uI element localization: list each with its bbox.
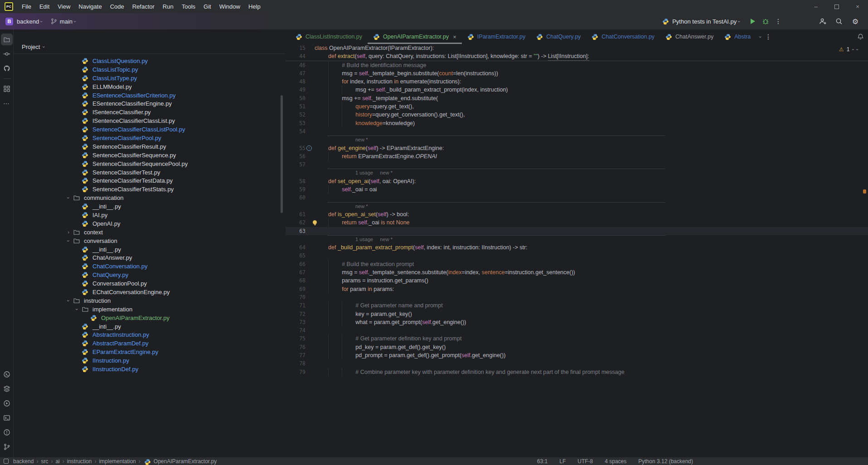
caret-position[interactable]: 63:1 (537, 458, 548, 465)
usage-inlay-hint[interactable]: 1 usage new * (305, 235, 393, 243)
commit-toolwindow-button[interactable] (1, 48, 13, 60)
breadcrumb-item[interactable]: backend (13, 458, 34, 465)
tree-row-__inti__-py[interactable]: __inti__.py (14, 245, 286, 254)
tree-row-iinstruction-py[interactable]: IInstruction.py (14, 356, 286, 365)
indent-style[interactable]: 4 spaces (605, 458, 626, 465)
tree-row-classlistquestion-py[interactable]: ClassListQuestion.py (14, 57, 286, 65)
usage-inlay-hint[interactable]: 1 usage new * (305, 169, 393, 177)
tree-row-classlisttopic-py[interactable]: ClassListTopic.py (14, 65, 286, 74)
more-toolwindow-button[interactable]: ⋯ (1, 97, 13, 109)
github-toolwindow-button[interactable] (1, 63, 13, 74)
tree-row-openaiparamextractor-py[interactable]: OpenAIParamExtractor.py (14, 314, 286, 322)
breadcrumb-item[interactable]: src (41, 458, 48, 465)
tree-row-chatanswer-py[interactable]: ChatAnswer.py (14, 253, 286, 262)
maximize-button[interactable] (826, 0, 847, 13)
next-warning-icon[interactable]: › (855, 48, 860, 50)
search-everywhere-button[interactable] (833, 15, 845, 27)
project-panel-header[interactable]: Project › (14, 29, 286, 54)
tree-row-esentenceclassifiercriterion-py[interactable]: ESentenceClassifierCriterion.py (14, 91, 286, 100)
tree-row-chatconversation-py[interactable]: ChatConversation.py (14, 262, 286, 271)
breadcrumb-item[interactable]: instruction (67, 458, 92, 465)
branch-widget[interactable]: main › (43, 18, 76, 25)
tree-row-sentenceclassifierpool-py[interactable]: SentenceClassifierPool.py (14, 134, 286, 142)
breadcrumb-item[interactable]: OpenAIParamExtractor.py (154, 458, 217, 465)
tree-row-conversation[interactable]: ›conversation (14, 237, 286, 245)
menu-refactor[interactable]: Refactor (128, 0, 159, 13)
run-button[interactable] (747, 15, 759, 27)
inspection-widget[interactable]: ⚠ 1 › › (839, 46, 858, 53)
tree-row-sentenceclassifierteststats-py[interactable]: SentenceClassifierTestStats.py (14, 185, 286, 194)
usage-inlay-hint[interactable]: new * (305, 136, 368, 144)
breadcrumb-item[interactable]: ai (55, 458, 59, 465)
show-hidden-tabs-icon[interactable]: › (758, 36, 763, 38)
editor-area[interactable]: ClassListInstruction.pyOpenAIParamExtrac… (286, 29, 868, 457)
version-control-toolwindow-button[interactable] (1, 441, 13, 453)
tree-row-sentenceclassifiersequencepool-py[interactable]: SentenceClassifierSequencePool.py (14, 160, 286, 168)
notifications-bell-icon[interactable] (857, 33, 864, 40)
tree-row-context[interactable]: ›context (14, 228, 286, 237)
tree-row-sentenceclassifierresult-py[interactable]: SentenceClassifierResult.py (14, 142, 286, 151)
menu-window[interactable]: Window (215, 0, 244, 13)
tree-row-conversationpool-py[interactable]: ConversationPool.py (14, 279, 286, 288)
more-actions-button[interactable]: ⋮ (772, 15, 785, 27)
minimize-button[interactable]: – (805, 0, 826, 13)
tree-row-implementation[interactable]: ›implementation (14, 305, 286, 314)
python-packages-toolwindow-button[interactable] (1, 383, 13, 395)
tree-row-sentenceclassifiersequence-py[interactable]: SentenceClassifierSequence.py (14, 151, 286, 160)
menu-view[interactable]: View (53, 0, 74, 13)
tab-chatanswer-py[interactable]: ChatAnswer.py (660, 29, 719, 44)
tree-row-esentenceclassifierengine-py[interactable]: ESentenceClassifierEngine.py (14, 99, 286, 108)
scrollbar-warning-marker[interactable] (863, 189, 866, 194)
terminal-toolwindow-button[interactable] (1, 412, 13, 424)
python-console-toolwindow-button[interactable] (1, 368, 13, 380)
tree-row-iai-py[interactable]: IAI.py (14, 211, 286, 219)
menu-run[interactable]: Run (159, 0, 178, 13)
settings-button[interactable]: ⚙ (849, 15, 862, 27)
tree-row-communication[interactable]: ›communication (14, 194, 286, 202)
tree-row-sentenceclassifiertest-py[interactable]: SentenceClassifierTest.py (14, 168, 286, 177)
line-separator[interactable]: LF (559, 458, 566, 465)
tree-row-ellmmodel-py[interactable]: ELLMModel.py (14, 82, 286, 91)
tree-row-sentenceclassifiertestdata-py[interactable]: SentenceClassifierTestData.py (14, 176, 286, 185)
tree-row-isentenceclassifier-py[interactable]: ISentenceClassifier.py (14, 108, 286, 116)
tab-chatquery-py[interactable]: ChatQuery.py (531, 29, 586, 44)
run-configuration-selector[interactable]: Python tests in TestAI.py › (662, 18, 740, 25)
tab-options-icon[interactable]: ⋮ (765, 33, 771, 40)
tree-row-classlisttype-py[interactable]: ClassListType.py (14, 74, 286, 82)
menu-file[interactable]: File (18, 0, 35, 13)
toolwindow-toggle-icon[interactable] (4, 459, 9, 464)
tree-row-eparamextractengine-py[interactable]: EParamExtractEngine.py (14, 348, 286, 356)
code-with-me-button[interactable] (816, 15, 829, 27)
menu-help[interactable]: Help (244, 0, 265, 13)
debug-button[interactable] (759, 15, 772, 27)
tab-openaiparamextractor-py[interactable]: OpenAIParamExtractor.py× (368, 29, 462, 44)
file-encoding[interactable]: UTF-8 (577, 458, 593, 465)
breadcrumb-item[interactable]: implementation (99, 458, 136, 465)
tab-classlistinstruction-py[interactable]: ClassListInstruction.py (290, 29, 368, 44)
override-gutter-icon[interactable]: ↑ (306, 145, 312, 151)
tree-row-echatconversationengine-py[interactable]: EChatConversationEngine.py (14, 288, 286, 296)
tree-row-sentenceclassifierclasslistpool-py[interactable]: SentenceClassifierClassListPool.py (14, 125, 286, 134)
tab-chatconversation-py[interactable]: ChatConversation.py (586, 29, 660, 44)
python-interpreter[interactable]: Python 3.12 (backend) (638, 458, 693, 465)
project-folder-toolwindow-button[interactable] (1, 34, 13, 45)
tree-row-__inti__-py[interactable]: __inti__.py (14, 202, 286, 211)
menu-tools[interactable]: Tools (178, 0, 199, 13)
menu-git[interactable]: Git (199, 0, 215, 13)
tree-row-__inti__-py[interactable]: __inti__.py (14, 322, 286, 331)
tree-row-instruction[interactable]: ›instruction (14, 296, 286, 305)
project-widget[interactable]: B backend › (0, 18, 43, 25)
structure-toolwindow-button[interactable] (1, 83, 13, 95)
tab-abstra[interactable]: Abstra (719, 29, 756, 44)
menu-code[interactable]: Code (106, 0, 128, 13)
tree-row-isentenceclassifierclasslist-py[interactable]: ISentenceClassifierClassList.py (14, 116, 286, 125)
tab-iparamextractor-py[interactable]: IParamExtractor.py (462, 29, 531, 44)
project-tree-scrollbar[interactable] (281, 95, 283, 213)
close-button[interactable]: × (847, 0, 868, 13)
tree-row-chatquery-py[interactable]: ChatQuery.py (14, 271, 286, 279)
tree-row-abstractparamdef-py[interactable]: AbstractParamDef.py (14, 339, 286, 348)
usage-inlay-hint[interactable]: new * (305, 202, 368, 210)
menu-edit[interactable]: Edit (35, 0, 53, 13)
problems-toolwindow-button[interactable] (1, 426, 13, 438)
tree-row-openai-py[interactable]: OpenAI.py (14, 219, 286, 228)
